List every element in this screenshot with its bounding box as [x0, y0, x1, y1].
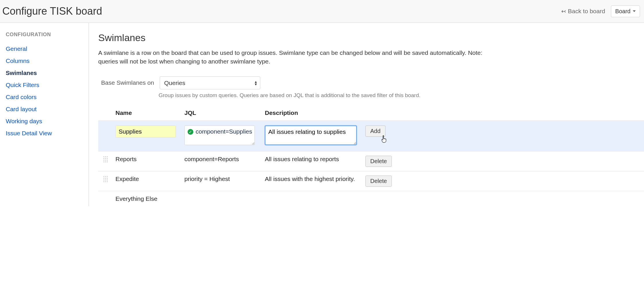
base-swimlanes-row: Base Swimlanes on Queries ▴▾ — [98, 76, 644, 89]
chevron-down-icon — [633, 10, 636, 12]
swimlane-name[interactable]: Expedite — [115, 176, 184, 182]
sidebar-item-card-layout[interactable]: Card layout — [6, 103, 83, 115]
sidebar-item-general[interactable]: General — [6, 43, 83, 55]
drag-handle-icon[interactable] — [103, 176, 109, 184]
jql-valid-icon: ✓ — [188, 129, 193, 135]
sidebar-item-issue-detail-view[interactable]: Issue Detail View — [6, 127, 83, 139]
page-title: Configure TISK board — [2, 5, 102, 17]
back-arrow-icon: ↢ — [561, 8, 566, 15]
new-swimlane-name-input[interactable] — [115, 126, 176, 138]
new-swimlane-row: ✓ component=Supplies Add — [98, 120, 644, 152]
sidebar-item-swimlanes[interactable]: Swimlanes — [6, 67, 83, 79]
sidebar-item-working-days[interactable]: Working days — [6, 115, 83, 127]
section-title: Swimlanes — [98, 32, 644, 43]
top-actions: ↢ Back to board Board — [561, 5, 640, 17]
swimlane-jql[interactable]: component=Reports — [184, 156, 265, 163]
board-dropdown-button[interactable]: Board — [611, 5, 640, 17]
swimlane-desc[interactable]: All issues with the highest priority. — [265, 176, 365, 182]
sidebar-item-quick-filters[interactable]: Quick Filters — [6, 79, 83, 91]
new-swimlane-desc-input[interactable] — [265, 126, 357, 145]
drag-handle-icon[interactable] — [103, 156, 109, 164]
base-swimlanes-select[interactable]: Queries — [160, 76, 260, 89]
top-bar: Configure TISK board ↢ Back to board Boa… — [0, 0, 644, 23]
swimlane-name[interactable]: Everything Else — [115, 195, 184, 202]
new-swimlane-jql-input[interactable]: ✓ component=Supplies — [184, 126, 255, 145]
table-row: Expedite priority = Highest All issues w… — [98, 171, 644, 191]
new-swimlane-jql-text: component=Supplies — [196, 128, 252, 135]
section-description: A swimlane is a row on the board that ca… — [98, 49, 500, 66]
swimlane-desc[interactable]: All issues relating to reports — [265, 156, 365, 163]
base-swimlanes-help: Group issues by custom queries. Queries … — [159, 92, 644, 99]
col-name: Name — [115, 109, 184, 116]
board-button-label: Board — [615, 8, 630, 15]
table-row: Everything Else — [98, 191, 644, 206]
swimlanes-table: Name JQL Description ✓ component=Supplie… — [98, 105, 644, 206]
delete-swimlane-button[interactable]: Delete — [365, 176, 392, 187]
add-swimlane-button[interactable]: Add — [365, 126, 385, 137]
swimlane-jql[interactable]: priority = Highest — [184, 176, 265, 182]
swimlane-name[interactable]: Reports — [115, 156, 184, 163]
col-description: Description — [265, 109, 365, 116]
main-content: Swimlanes A swimlane is a row on the boa… — [89, 23, 644, 206]
sidebar-item-card-colors[interactable]: Card colors — [6, 91, 83, 103]
delete-swimlane-button[interactable]: Delete — [365, 156, 392, 167]
col-jql: JQL — [184, 109, 265, 116]
back-to-board-link[interactable]: ↢ Back to board — [561, 8, 605, 15]
sidebar: CONFIGURATION General Columns Swimlanes … — [0, 23, 89, 206]
sidebar-heading: CONFIGURATION — [6, 32, 83, 38]
sidebar-item-columns[interactable]: Columns — [6, 55, 83, 67]
back-to-board-label: Back to board — [568, 8, 605, 15]
table-row: Reports component=Reports All issues rel… — [98, 152, 644, 171]
base-swimlanes-label: Base Swimlanes on — [98, 79, 154, 86]
table-header: Name JQL Description — [98, 105, 644, 120]
